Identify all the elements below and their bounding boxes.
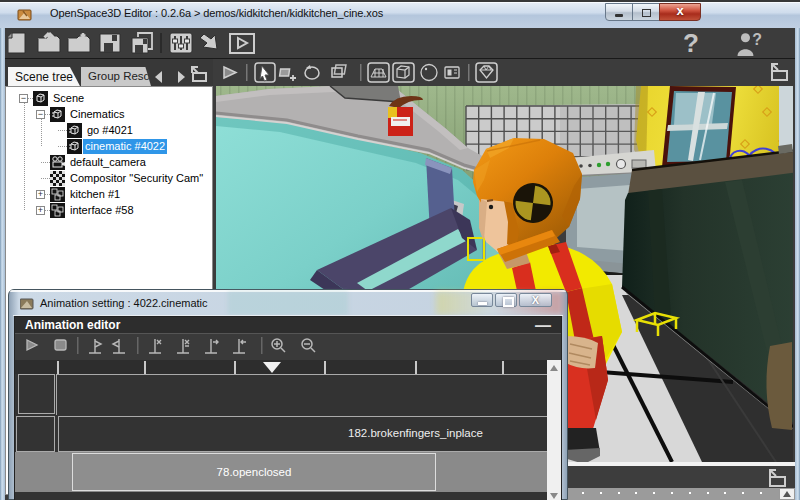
svg-text:?: ? xyxy=(752,31,762,48)
